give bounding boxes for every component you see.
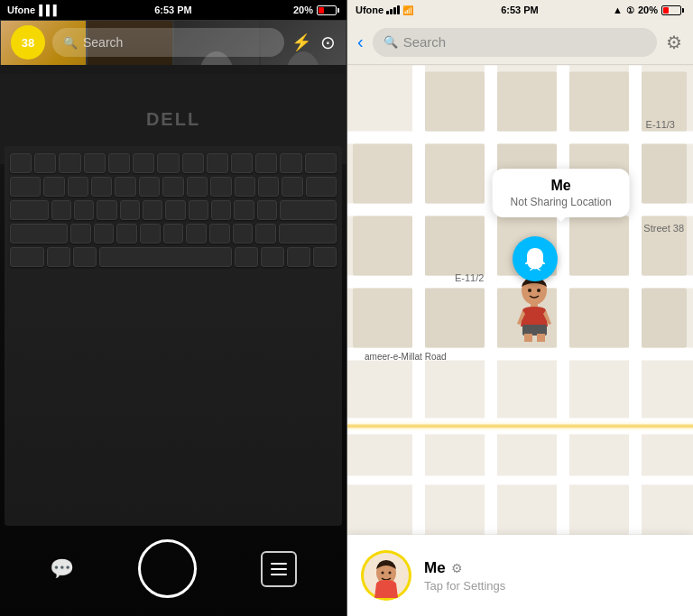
signal-bar-1 [386,11,389,14]
key [94,224,115,244]
svg-rect-30 [642,289,687,348]
key [280,200,337,220]
chat-icon[interactable]: 💬 [50,557,74,581]
keyboard-area [5,146,342,526]
key [279,224,337,244]
map-label-street38: Street 38 [643,223,684,234]
key [235,177,255,197]
right-gps-icon: ▲ [613,5,623,15]
right-battery-tip [682,8,684,13]
profile-info: Me ⚙ Tap for Settings [424,559,505,593]
profile-settings-gear[interactable]: ⚙ [451,561,463,575]
bitmoji-figure [510,274,559,342]
key [34,153,56,173]
battery-tip [337,8,339,13]
key [305,153,337,173]
key [139,177,160,197]
profile-name-row: Me ⚙ [424,559,505,577]
left-header-icons: ⚡ ⊙ [291,32,336,53]
profile-card[interactable]: Me ⚙ Tap for Settings [346,535,693,616]
right-panel: Ufone 📶 6:53 PM ▲ ① 20% ‹ 🔍 [346,0,693,616]
svg-rect-12 [425,72,485,132]
svg-rect-13 [497,72,557,132]
stories-icon[interactable] [261,551,297,587]
key [186,224,207,244]
key [59,153,80,173]
key [70,224,91,244]
key [255,153,277,173]
key [73,247,97,267]
key [210,177,231,197]
svg-rect-27 [425,289,485,348]
key [115,177,135,197]
svg-point-35 [537,289,541,292]
key [68,177,88,197]
key [162,177,183,197]
key [234,200,254,220]
map-label-e112: E-11/2 [455,272,484,283]
key [84,153,106,173]
right-header: ‹ 🔍 Search ⚙ [346,20,693,65]
key [133,153,154,173]
svg-point-34 [528,289,531,292]
key [313,247,337,267]
key [74,200,94,220]
key-row-4 [10,224,337,244]
key [10,153,32,173]
left-search-bar[interactable]: 🔍 Search [52,28,284,57]
key [91,177,112,197]
left-battery-icon [317,5,339,15]
left-panel: Ufone ▌▌▌ 6:53 PM 20% 38 � [0,0,346,616]
left-search-icon: 🔍 [63,36,78,50]
bitmoji-container[interactable] [510,236,559,342]
avatar-number: 38 [22,36,34,50]
key [258,177,279,197]
ghost-icon-svg [522,245,549,272]
key [235,247,258,267]
svg-rect-20 [642,144,687,204]
svg-rect-22 [425,216,485,276]
svg-rect-38 [524,334,532,342]
key [47,247,70,267]
svg-point-43 [389,572,392,575]
capture-button[interactable] [138,539,197,598]
svg-rect-14 [569,72,629,132]
right-search-icon: 🔍 [383,35,398,49]
key [157,153,179,173]
camera-rotate-icon[interactable]: ⊙ [320,32,336,53]
back-button[interactable]: ‹ [357,32,364,52]
right-battery [661,5,684,15]
settings-gear-icon[interactable]: ⚙ [666,32,682,53]
key [108,153,130,173]
right-wifi-icon: 📶 [402,5,413,15]
camera-area: DELL [0,65,346,616]
key [306,177,337,197]
right-battery-fill [663,7,669,14]
svg-rect-24 [569,216,629,276]
key [280,153,301,173]
key [43,177,64,197]
svg-rect-21 [353,216,412,276]
left-search-placeholder: Search [83,35,123,50]
key [10,224,68,244]
popup-name: Me [511,178,612,194]
left-status-left: Ufone ▌▌▌ [7,5,60,15]
right-time: 6:53 PM [501,5,539,15]
left-carrier: Ufone [7,5,35,15]
left-signal: ▌▌▌ [39,5,60,15]
svg-rect-17 [425,144,485,204]
keyboard-rows [5,146,342,274]
key [231,153,253,173]
profile-subtitle: Tap for Settings [424,579,505,593]
right-battery-icon: ① [626,5,634,15]
key [209,224,230,244]
svg-point-42 [382,572,384,575]
flash-icon[interactable]: ⚡ [291,32,311,52]
right-search-bar[interactable]: 🔍 Search [373,28,657,57]
profile-name: Me [424,559,446,577]
map-area[interactable]: E-11/3 E-11/2 Street 38 ameer-e-Millat R… [346,65,693,535]
avatar[interactable]: 38 [11,25,45,60]
key [140,224,161,244]
profile-avatar [361,550,411,601]
profile-avatar-svg [364,553,409,598]
